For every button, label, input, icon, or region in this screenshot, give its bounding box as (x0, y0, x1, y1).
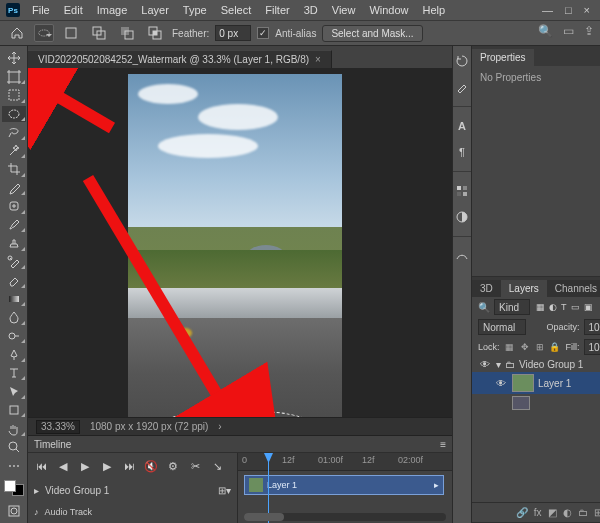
zoom-field[interactable]: 33.33% (36, 420, 80, 434)
gradient-tool[interactable] (2, 291, 26, 308)
menu-image[interactable]: Image (91, 2, 134, 18)
feather-input[interactable]: 0 px (215, 25, 251, 41)
first-frame-button[interactable]: ⏮ (34, 460, 48, 472)
menu-select[interactable]: Select (215, 2, 258, 18)
blur-tool[interactable] (2, 309, 26, 326)
visibility-toggle[interactable]: 👁 (494, 378, 508, 389)
window-minimize[interactable]: — (542, 4, 553, 16)
color-swatches[interactable] (4, 480, 24, 497)
properties-tab[interactable]: Properties (472, 49, 534, 66)
search-icon[interactable]: 🔍 (538, 24, 553, 38)
timeline-track-area[interactable]: 0 12f 01:00f 12f 02:00f Layer 1 ▸ (238, 453, 452, 523)
timeline-audio-row[interactable]: ♪ Audio Track (28, 501, 237, 523)
history-panel-icon[interactable] (453, 52, 471, 70)
new-layer-icon[interactable]: ⊞ (594, 507, 601, 518)
move-tool[interactable] (2, 50, 26, 67)
menu-layer[interactable]: Layer (135, 2, 175, 18)
new-adjustment-icon[interactable]: ◐ (563, 507, 572, 518)
link-layers-icon[interactable]: 🔗 (516, 507, 528, 518)
layers-tab[interactable]: Layers (501, 280, 547, 297)
opacity-input[interactable]: 100% (584, 319, 601, 335)
history-brush-tool[interactable] (2, 254, 26, 271)
mute-button[interactable]: 🔇 (144, 460, 158, 473)
crop-tool[interactable] (2, 161, 26, 178)
select-and-mask-button[interactable]: Select and Mask... (322, 25, 422, 42)
layer-row[interactable]: 👁 Layer 1 (472, 372, 600, 394)
shape-tool[interactable] (2, 402, 26, 419)
window-maximize[interactable]: □ (565, 4, 572, 16)
selection-add-icon[interactable] (88, 23, 110, 43)
brush-settings-icon[interactable] (453, 78, 471, 96)
timeline-track-group[interactable]: ▸ Video Group 1 ⊞▾ (28, 479, 237, 501)
menu-window[interactable]: Window (363, 2, 414, 18)
elliptical-marquee-tool[interactable] (2, 106, 26, 123)
active-tool-preview[interactable] (34, 24, 54, 42)
selection-intersect-icon[interactable] (144, 23, 166, 43)
menu-edit[interactable]: Edit (58, 2, 89, 18)
menu-3d[interactable]: 3D (298, 2, 324, 18)
spot-heal-tool[interactable] (2, 198, 26, 215)
filter-type-icon[interactable]: T (561, 302, 567, 312)
clip-menu-icon[interactable]: ▸ (434, 480, 439, 490)
lock-artboard-icon[interactable]: ⊞ (534, 341, 546, 353)
filter-search-icon[interactable]: 🔍 (478, 302, 490, 313)
channels-tab[interactable]: Channels (547, 280, 600, 297)
filter-pixel-icon[interactable]: ▦ (536, 302, 545, 312)
brush-tool[interactable] (2, 217, 26, 234)
zoom-tool[interactable] (2, 439, 26, 456)
chevron-down-icon[interactable]: ▾ (496, 359, 501, 370)
close-tab-icon[interactable]: × (315, 54, 321, 65)
quick-mask-toggle[interactable] (2, 502, 26, 519)
selection-subtract-icon[interactable] (116, 23, 138, 43)
layer-name[interactable]: Layer 1 (538, 378, 571, 389)
adjustments-panel-icon[interactable] (453, 208, 471, 226)
timeline-settings-icon[interactable]: ⚙ (166, 460, 180, 473)
menu-file[interactable]: File (26, 2, 56, 18)
lock-position-icon[interactable]: ✥ (519, 341, 531, 353)
filter-kind-select[interactable]: Kind (494, 299, 530, 315)
timeline-scrollbar[interactable] (244, 513, 446, 521)
filter-smart-icon[interactable]: ▣ (584, 302, 593, 312)
type-tool[interactable] (2, 365, 26, 382)
split-clip-button[interactable]: ✂ (188, 460, 202, 473)
selection-new-icon[interactable] (60, 23, 82, 43)
lock-pixels-icon[interactable]: ▦ (504, 341, 516, 353)
next-frame-button[interactable]: ▶ (100, 460, 114, 473)
pen-tool[interactable] (2, 346, 26, 363)
paragraph-panel-icon[interactable]: ¶ (453, 143, 471, 161)
blend-mode-select[interactable]: Normal (478, 319, 526, 335)
prev-frame-button[interactable]: ◀ (56, 460, 70, 473)
menu-filter[interactable]: Filter (259, 2, 295, 18)
magic-wand-tool[interactable] (2, 143, 26, 160)
swatches-panel-icon[interactable] (453, 182, 471, 200)
share-icon[interactable]: ⇪ (584, 24, 594, 38)
edit-toolbar[interactable]: ⋯ (2, 457, 26, 474)
new-group-icon[interactable]: 🗀 (578, 507, 588, 518)
lasso-tool[interactable] (2, 124, 26, 141)
path-select-tool[interactable] (2, 383, 26, 400)
fill-input[interactable]: 100% (584, 339, 601, 355)
window-close[interactable]: × (584, 4, 590, 16)
antialias-checkbox[interactable]: ✓ (257, 27, 269, 39)
layer-group-row[interactable]: 👁 ▾ 🗀 Video Group 1 (472, 357, 600, 372)
lock-all-icon[interactable]: 🔒 (549, 341, 561, 353)
document-canvas[interactable]: Ultimate Watermark (128, 74, 342, 417)
hand-tool[interactable] (2, 420, 26, 437)
panel-menu-icon[interactable]: ≡ (440, 439, 446, 450)
document-tab[interactable]: VID20220502084252_Watermark @ 33.3% (Lay… (28, 50, 332, 68)
clone-stamp-tool[interactable] (2, 235, 26, 252)
add-media-icon[interactable]: ⊞▾ (218, 485, 231, 496)
canvas-area[interactable]: Ultimate Watermark (28, 68, 452, 417)
menu-help[interactable]: Help (417, 2, 452, 18)
home-icon[interactable] (6, 23, 28, 43)
chevron-down-icon[interactable]: ▸ (34, 485, 39, 496)
workspace-icon[interactable]: ▭ (563, 24, 574, 38)
timeline-clip[interactable]: Layer 1 ▸ (244, 475, 444, 495)
eraser-tool[interactable] (2, 272, 26, 289)
artboard-tool[interactable] (2, 69, 26, 86)
visibility-toggle[interactable]: 👁 (478, 359, 492, 370)
last-frame-button[interactable]: ⏭ (122, 460, 136, 472)
layer-fx-icon[interactable]: fx (534, 507, 542, 518)
play-button[interactable]: ▶ (78, 460, 92, 473)
eyedropper-tool[interactable] (2, 180, 26, 197)
